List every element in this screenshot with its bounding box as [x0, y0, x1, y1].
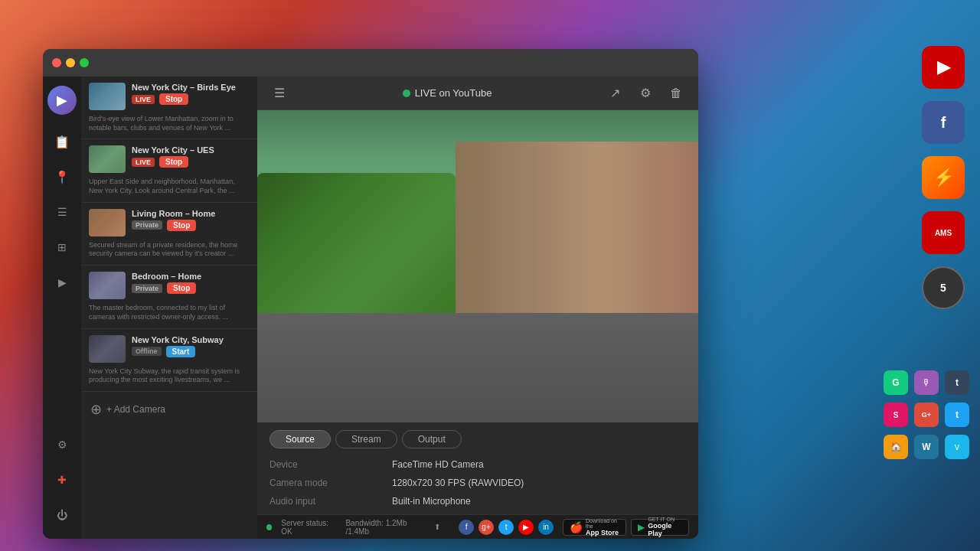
social-youtube[interactable]: ▶ — [518, 520, 534, 535]
sidebar-item-medical[interactable]: ✚ — [47, 465, 77, 494]
sidebar-item-list[interactable]: ☰ — [47, 197, 77, 227]
add-camera-icon: ⊕ — [90, 401, 102, 418]
camera-item-bedroom[interactable]: Bedroom – Home Private Stop The master b… — [81, 266, 257, 328]
google-play-badge[interactable]: ▶ GET IT ON Google Play — [631, 519, 689, 536]
minimize-button[interactable] — [66, 58, 75, 67]
tab-output[interactable]: Output — [402, 430, 462, 448]
camera-desc-bedroom: The master bedroom, connected to my list… — [89, 304, 250, 321]
hamburger-button[interactable]: ☰ — [268, 82, 291, 105]
desktop-icon-lightning[interactable]: ⚡ — [922, 156, 965, 199]
maximize-button[interactable] — [80, 58, 89, 67]
bottom-panel: Source Stream Output Device FaceTime HD … — [257, 422, 698, 514]
google-play-sub: GET IT ON — [648, 517, 682, 522]
camera-desc-subway: New York City Subway, the rapid transit … — [89, 367, 250, 385]
twitter-icon[interactable]: t — [945, 403, 969, 427]
slack-icon[interactable]: S — [884, 403, 908, 427]
stop-button-bedroom[interactable]: Stop — [167, 282, 196, 294]
google-plus-icon[interactable]: G+ — [914, 403, 939, 427]
play-icon: ▶ — [638, 522, 645, 533]
desktop-icon-ams[interactable]: AMS — [922, 211, 965, 254]
sidebar-item-location[interactable]: 📍 — [47, 162, 77, 191]
stop-button-living[interactable]: Stop — [167, 220, 196, 231]
camera-desc-nyc-ues: Upper East Side and neighborhood, Manhat… — [89, 178, 250, 195]
gear-icon: ⚙ — [640, 86, 651, 100]
desktop-icons: ▶ f ⚡ AMS 5 — [922, 46, 965, 309]
video-background — [257, 110, 698, 422]
desktop-icon-facebook[interactable]: f — [922, 101, 965, 144]
target-icon: 5 — [940, 282, 946, 294]
sidebar-item-power[interactable]: ⏻ — [47, 500, 77, 530]
camera-item-living-room[interactable]: Living Room – Home Private Stop Secured … — [81, 203, 257, 266]
camera-thumb-nyc-ues — [89, 145, 126, 173]
sidebar-item-video[interactable]: ▶ — [47, 268, 77, 297]
status-dot — [266, 524, 272, 530]
camera-list: New York City – Birds Eye LIVE Stop Bird… — [81, 77, 257, 539]
trash-icon: 🗑 — [670, 86, 682, 100]
stop-button-nyc-ues[interactable]: Stop — [159, 156, 188, 168]
location-icon: 📍 — [54, 170, 70, 184]
share-button[interactable]: ↗ — [603, 82, 626, 105]
medical-icon: ✚ — [57, 474, 67, 486]
settings-icon: ⚙ — [57, 439, 67, 451]
social-linkedin[interactable]: in — [538, 520, 554, 535]
main-content: ☰ LIVE on YouTube ↗ ⚙ 🗑 — [257, 77, 698, 539]
tab-source[interactable]: Source — [270, 430, 331, 448]
vimeo-icon[interactable]: v — [945, 435, 969, 459]
list-icon: ☰ — [57, 206, 67, 218]
logo-icon: ▶ — [57, 92, 67, 109]
share-icon: ↗ — [610, 86, 620, 100]
camera-desc-living: Secured stream of a private residence, t… — [89, 241, 250, 259]
close-button[interactable] — [52, 58, 61, 67]
wordpress-icon[interactable]: W — [914, 435, 939, 459]
desktop-icon-target[interactable]: 5 — [922, 266, 965, 309]
app-store-sub: Download on the — [586, 518, 619, 529]
social-google[interactable]: g+ — [479, 520, 494, 535]
street-road — [257, 313, 698, 422]
hamburger-icon: ☰ — [274, 86, 285, 100]
stop-button-nyc-birds[interactable]: Stop — [159, 93, 188, 105]
camera-mode-label: Camera mode — [270, 478, 377, 488]
audio-input-label: Audio input — [270, 496, 377, 507]
add-camera-button[interactable]: ⊕ + Add Camera — [81, 392, 257, 427]
sidebar-item-book[interactable]: 📋 — [47, 127, 77, 156]
status-badge-subway: Offline — [132, 347, 162, 356]
camera-item-subway[interactable]: New York City, Subway Offline Start New … — [81, 329, 257, 392]
home-icon[interactable]: 🏠 — [884, 435, 908, 459]
camera-name-nyc-ues: New York City – UES — [132, 145, 250, 155]
settings-button[interactable]: ⚙ — [634, 82, 657, 105]
camera-thumb-nyc-birds — [89, 83, 126, 110]
delete-button[interactable]: 🗑 — [665, 82, 688, 105]
camera-name-living: Living Room – Home — [132, 209, 250, 218]
social-icons: f g+ t ▶ in — [459, 520, 554, 535]
grid-icon: ⊞ — [57, 241, 67, 253]
tab-stream[interactable]: Stream — [335, 430, 397, 448]
camera-item-nyc-ues[interactable]: New York City – UES LIVE Stop Upper East… — [81, 139, 257, 202]
camera-desc-nyc-birds: Bird's-eye view of Lower Manhattan, zoom… — [89, 115, 250, 132]
grammarly-icon[interactable]: G — [884, 370, 908, 395]
power-icon: ⏻ — [57, 509, 67, 521]
device-info-grid: Device FaceTime HD Camera Camera mode 12… — [270, 459, 686, 507]
live-indicator: LIVE on YouTube — [300, 87, 594, 99]
tumblr-icon[interactable]: t — [945, 370, 969, 395]
sidebar-item-settings[interactable]: ⚙ — [47, 430, 77, 459]
sidebar-item-grid[interactable]: ⊞ — [47, 233, 77, 262]
social-twitter[interactable]: t — [498, 520, 514, 535]
social-facebook[interactable]: f — [459, 520, 474, 535]
start-button-subway[interactable]: Start — [166, 346, 196, 357]
live-status-text: LIVE on YouTube — [415, 87, 492, 99]
status-badge-living: Private — [132, 220, 162, 230]
camera-item-nyc-birds[interactable]: New York City – Birds Eye LIVE Stop Bird… — [81, 77, 257, 139]
tab-row: Source Stream Output — [270, 430, 686, 448]
apple-icon: 🍎 — [570, 521, 583, 533]
add-camera-label: + Add Camera — [106, 404, 165, 415]
nav-logo[interactable]: ▶ — [47, 86, 77, 115]
camera-thumb-bedroom — [89, 272, 126, 299]
camera-name-nyc-birds: New York City – Birds Eye — [132, 83, 250, 92]
bandwidth-text: Bandwidth: 1.2Mb /1.4Mb — [345, 519, 425, 536]
desktop-icon-youtube[interactable]: ▶ — [922, 46, 965, 89]
podcast-icon[interactable]: 🎙 — [914, 370, 939, 395]
status-bar: Server status: OK Bandwidth: 1.2Mb /1.4M… — [257, 514, 698, 539]
video-icon: ▶ — [58, 276, 67, 289]
app-store-badge[interactable]: 🍎 Download on the App Store — [563, 519, 626, 536]
mini-icons-row1: G 🎙 t — [884, 370, 969, 395]
